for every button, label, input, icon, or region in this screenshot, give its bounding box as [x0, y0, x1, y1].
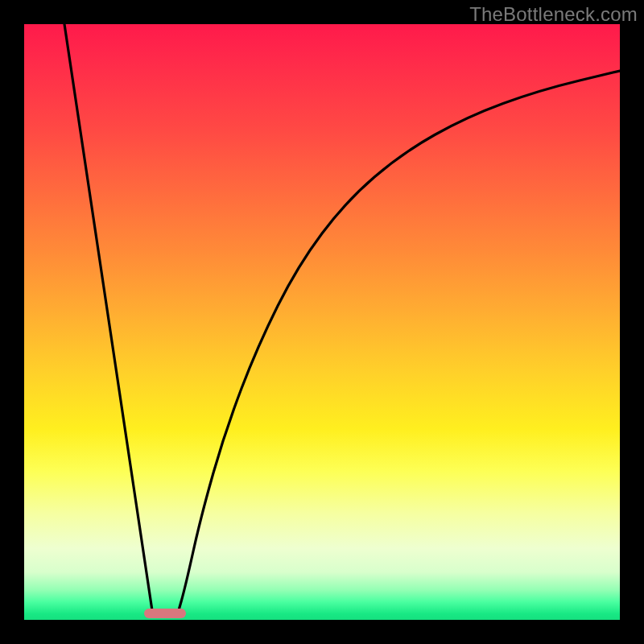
- bottom-notch-marker: [144, 609, 186, 618]
- curve-layer: [24, 24, 620, 620]
- watermark-text: TheBottleneck.com: [469, 3, 638, 26]
- plot-area: [24, 24, 620, 620]
- chart-frame: TheBottleneck.com: [0, 0, 644, 644]
- curve-right-segment: [177, 71, 620, 616]
- curve-left-segment: [64, 24, 153, 616]
